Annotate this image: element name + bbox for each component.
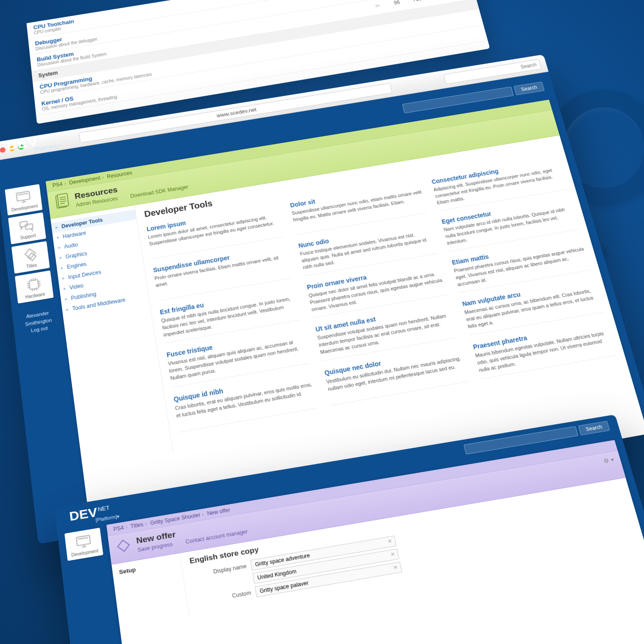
logout-link[interactable]: Log out [30,325,48,333]
clear-icon[interactable]: ✕ [387,538,393,545]
document-icon [53,192,72,210]
svg-line-3 [24,200,24,202]
svg-line-28 [78,538,88,539]
site-search-button[interactable]: Search [513,81,544,95]
diamond-icon [114,536,133,555]
svg-rect-6 [25,249,35,258]
monitor-icon [74,534,93,551]
rail-hardware[interactable]: Hardware [15,271,54,304]
clear-icon[interactable]: ✕ [393,564,398,571]
rail-development[interactable]: Development [5,184,42,216]
svg-line-17 [35,278,36,280]
mail-icon: ✉ [375,3,380,8]
window-close-icon[interactable] [0,147,6,153]
crumb[interactable]: Resources [106,170,132,180]
field-label [194,579,249,589]
side-nav: Setup [111,553,190,629]
svg-line-13 [38,284,41,284]
svg-line-14 [38,285,41,286]
rail-development[interactable]: Development [64,528,103,561]
rail-titles[interactable]: Titles [12,241,50,274]
rail-support[interactable]: Support [8,212,46,245]
svg-line-11 [28,287,30,288]
crumb[interactable]: PS4 [113,525,124,532]
svg-line-18 [32,289,33,291]
site-search-button[interactable]: Search [578,421,610,435]
chat-icon [17,218,37,234]
chip-icon [24,276,44,293]
svg-rect-0 [16,191,30,201]
svg-rect-22 [57,193,68,207]
svg-rect-31 [118,540,129,551]
svg-rect-4 [20,221,27,227]
svg-rect-27 [76,535,91,546]
crumb[interactable]: PS4 [52,181,63,188]
svg-line-9 [27,283,30,284]
svg-line-12 [38,281,40,282]
caret-down-icon[interactable]: ▾ [117,513,120,519]
diamond-icon [21,247,40,263]
svg-line-16 [33,278,34,280]
user-block: Alexander Smithington Log out [13,307,65,337]
svg-line-10 [27,285,30,286]
svg-line-19 [34,288,35,291]
svg-rect-8 [29,280,39,289]
crumb[interactable]: Titles [130,521,144,530]
svg-line-20 [37,288,37,291]
svg-line-15 [31,279,31,281]
svg-line-30 [84,545,84,547]
monitor-icon [14,190,33,206]
svg-line-1 [18,193,28,195]
clear-icon[interactable]: ✕ [390,551,396,558]
crumb[interactable]: New offer [207,507,230,517]
